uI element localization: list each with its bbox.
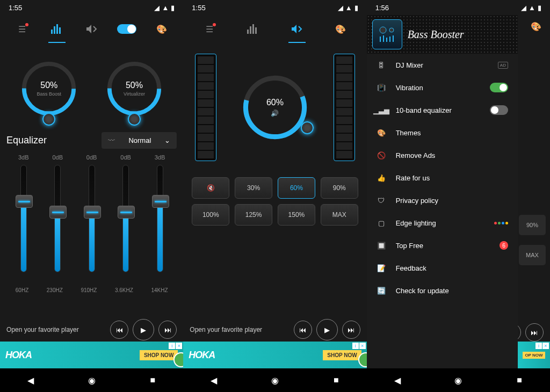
bass-boost-knob[interactable]: [42, 113, 55, 126]
hz-label: 60HZ: [16, 287, 28, 293]
drawer-item-privacy[interactable]: 🛡 Privacy policy: [367, 189, 518, 212]
db-label: 0dB: [86, 154, 97, 161]
preset-dropdown[interactable]: 〰 Normal ⌄: [102, 132, 177, 149]
ad-cta[interactable]: SHOP NOW: [140, 350, 178, 360]
eq-sliders: [6, 165, 177, 283]
phone-screen-drawer: 1:56 ◢▲▮ 🎨 90% MAX ▶ ⏭ OP NOW i× Bass Bo…: [367, 0, 550, 392]
svg-rect-0: [51, 30, 53, 34]
nav-home[interactable]: ◉: [452, 374, 465, 387]
player-hint[interactable]: Open your favorite player: [6, 326, 106, 333]
drawer-item-feedback[interactable]: 📝 Feedback: [367, 257, 518, 279]
svg-rect-3: [59, 27, 61, 34]
navigation-drawer: Bass Booster 🎛 DJ Mixer AD 📳 Vibration ▁…: [367, 15, 518, 368]
prev-button[interactable]: ⏮: [294, 321, 312, 339]
svg-rect-9: [250, 26, 251, 34]
svg-rect-17: [383, 35, 384, 42]
ad-info-icon[interactable]: i: [169, 343, 175, 349]
10band-toggle[interactable]: [490, 105, 508, 115]
vibration-toggle[interactable]: [490, 83, 508, 92]
player-bar: Open your favorite player ⏮ ▶ ⏭: [183, 318, 366, 342]
nav-home[interactable]: ◉: [269, 374, 281, 387]
app-title: Bass Booster: [408, 28, 464, 41]
drawer-header: Bass Booster: [367, 15, 518, 54]
hz-label: 230HZ: [47, 287, 63, 293]
nav-recent[interactable]: ■: [146, 374, 159, 387]
tab-toggle[interactable]: [114, 18, 140, 40]
nav-home[interactable]: ◉: [85, 374, 98, 387]
ad-close-icon[interactable]: ×: [176, 343, 182, 349]
drawer-item-djmixer[interactable]: 🎛 DJ Mixer AD: [367, 54, 518, 76]
preset-30[interactable]: 30%: [235, 177, 272, 199]
ad-banner[interactable]: HOKA SHOP NOW i×: [183, 342, 366, 368]
preset-max-bg: MAX: [519, 245, 546, 265]
tab-equalizer[interactable]: [240, 18, 266, 40]
eq-slider-910hz[interactable]: [81, 165, 103, 283]
hz-label: 910HZ: [81, 287, 97, 293]
svg-rect-18: [386, 38, 387, 42]
drawer-item-topfree[interactable]: 🔲 Top Free 6: [367, 234, 518, 257]
next-button[interactable]: ⏭: [158, 321, 177, 339]
preset-90[interactable]: 90%: [321, 177, 358, 199]
tab-theme[interactable]: 🎨: [149, 18, 175, 40]
svg-rect-2: [56, 24, 58, 34]
db-label: 3dB: [18, 154, 29, 161]
tab-volume[interactable]: [79, 18, 105, 40]
drawer-item-10band[interactable]: ▁▃▅ 10-band equalizer: [367, 99, 518, 121]
drawer-label: Feedback: [396, 264, 426, 272]
preset-125[interactable]: 125%: [235, 204, 272, 226]
bass-boost-dial[interactable]: 50% Bass Boost: [14, 54, 84, 124]
virtualizer-dial[interactable]: 50% Virtualizer: [99, 54, 169, 124]
drawer-item-update[interactable]: 🔄 Check for update: [367, 279, 518, 302]
drawer-item-vibration[interactable]: 📳 Vibration: [367, 76, 518, 99]
tab-theme[interactable]: 🎨: [328, 18, 353, 40]
hz-label: 3.6KHZ: [115, 287, 133, 293]
nav-recent[interactable]: ■: [330, 374, 343, 387]
eq-slider-14khz[interactable]: [149, 165, 171, 283]
play-button[interactable]: ▶: [133, 319, 154, 340]
drawer-item-rate[interactable]: 👍 Rate for us: [367, 166, 518, 189]
preset-60[interactable]: 60%: [278, 177, 315, 199]
drawer-item-themes[interactable]: 🎨 Themes: [367, 121, 518, 144]
feedback-icon: 📝: [377, 264, 386, 272]
drawer-label: Remove Ads: [396, 151, 436, 159]
play-button[interactable]: ▶: [316, 319, 338, 340]
preset-90-bg: 90%: [519, 215, 546, 235]
player-bar: Open your favorite player ⏮ ▶ ⏭: [0, 318, 183, 342]
eq-slider-60hz[interactable]: [13, 165, 34, 283]
nav-back[interactable]: ◀: [24, 374, 37, 387]
preset-100[interactable]: 100%: [192, 204, 229, 226]
nav-back[interactable]: ◀: [391, 374, 404, 387]
djmixer-icon: 🎛: [377, 61, 386, 69]
drawer-item-removeads[interactable]: 🚫 Remove Ads: [367, 144, 518, 166]
tab-equalizer[interactable]: [44, 18, 70, 40]
volume-knob[interactable]: [301, 121, 314, 134]
preset-max[interactable]: MAX: [321, 204, 358, 226]
eq-slider-230hz[interactable]: [47, 165, 68, 283]
player-hint[interactable]: Open your favorite player: [190, 326, 289, 333]
preset-150[interactable]: 150%: [278, 204, 315, 226]
menu-button[interactable]: ☰: [197, 18, 222, 40]
ad-banner[interactable]: HOKA SHOP NOW i×: [0, 342, 183, 368]
next-button[interactable]: ⏭: [342, 321, 360, 339]
drawer-label: Rate for us: [396, 174, 430, 182]
drawer-item-edgelighting[interactable]: ▢ Edge lighting: [367, 212, 518, 234]
virtualizer-knob[interactable]: [128, 113, 141, 126]
apps-icon: 🔲: [377, 242, 386, 250]
prev-button[interactable]: ⏮: [110, 321, 128, 339]
ad-close-icon[interactable]: ×: [359, 343, 366, 349]
content-main: 60% 🔊 🔇 30% 60% 90% 100% 125% 150% MAX: [183, 43, 366, 318]
drawer-label: Themes: [396, 129, 421, 137]
eq-slider-3.6khz[interactable]: [115, 165, 136, 283]
menu-button[interactable]: ☰: [9, 18, 35, 40]
ad-cta[interactable]: SHOP NOW: [323, 350, 361, 360]
tab-volume[interactable]: [284, 18, 310, 40]
svg-rect-1: [54, 26, 55, 34]
nav-back[interactable]: ◀: [207, 374, 220, 387]
svg-rect-16: [380, 37, 381, 42]
next-button-bg: ⏭: [525, 323, 544, 342]
volume-dial[interactable]: 60% 🔊: [237, 70, 313, 145]
ad-info-icon[interactable]: i: [352, 343, 359, 349]
mute-button[interactable]: 🔇: [192, 177, 229, 199]
nav-recent[interactable]: ■: [513, 374, 526, 387]
tab-theme[interactable]: 🎨: [531, 21, 541, 32]
